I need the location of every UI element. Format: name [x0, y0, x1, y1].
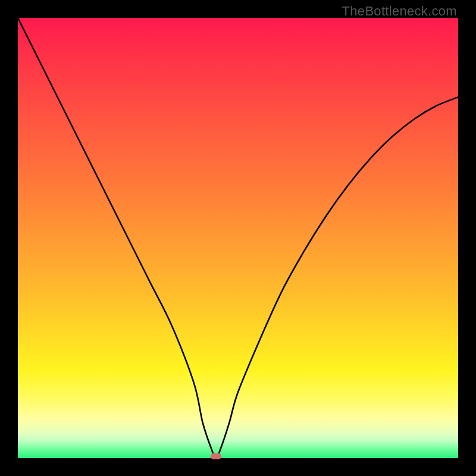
chart-frame: TheBottleneck.com [0, 0, 476, 476]
curve-path [18, 18, 458, 458]
watermark-text: TheBottleneck.com [342, 4, 457, 19]
bottleneck-curve [18, 18, 458, 458]
optimal-marker [211, 453, 221, 459]
plot-area [18, 18, 458, 458]
